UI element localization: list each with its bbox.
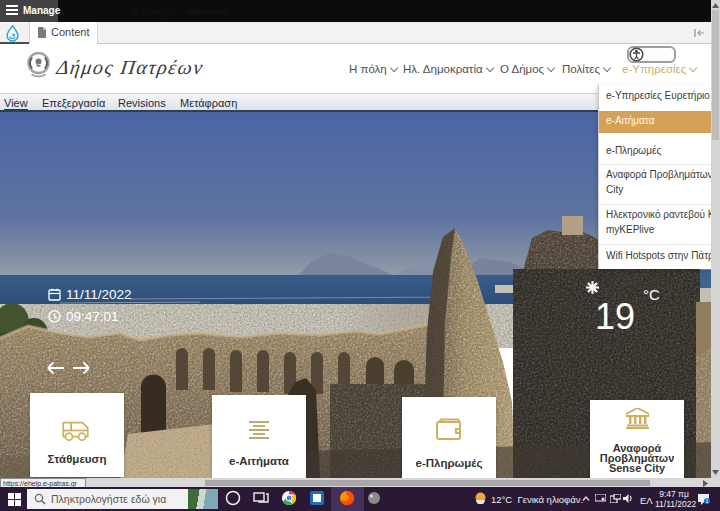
svg-text:1: 1 [706,498,709,504]
